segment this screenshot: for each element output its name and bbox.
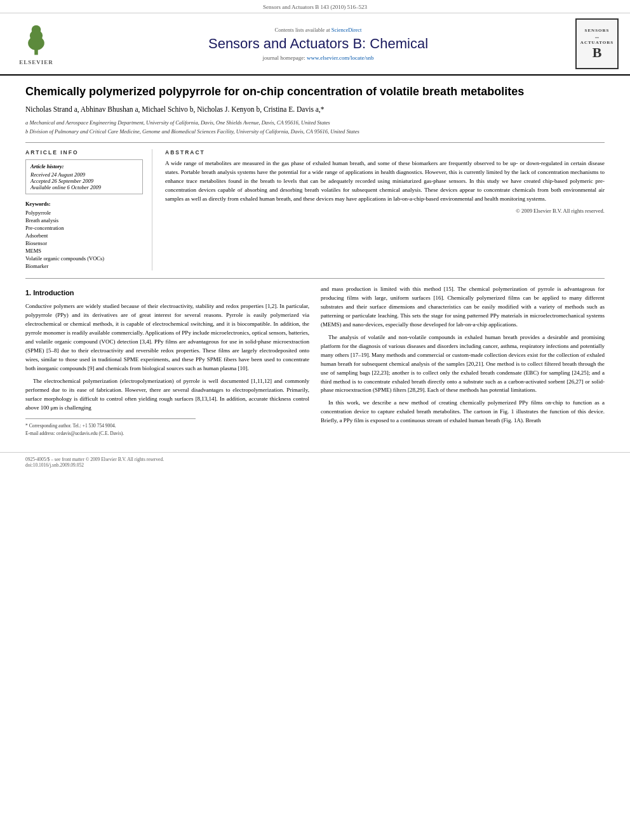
svg-point-3 [32, 25, 41, 34]
bottom-bar: 0925-4005/$ – see front matter © 2009 El… [0, 452, 630, 472]
right-para3: In this work, we describe a new method o… [321, 399, 605, 425]
intro-para2: The electrochemical polymerization (elec… [25, 377, 309, 413]
main-content: Chemically polymerized polypyrrole for o… [0, 76, 630, 446]
issn-line: 0925-4005/$ – see front matter © 2009 El… [25, 457, 605, 462]
info-abstract-section: ARTICLE INFO Article history: Received 2… [25, 149, 605, 270]
keywords-label: Keywords: [25, 201, 143, 207]
keyword-polypyrrole: Polypyrrole [25, 210, 143, 216]
keyword-adsorbent: Adsorbent [25, 232, 143, 239]
keyword-preconcentration: Pre-concentration [25, 225, 143, 231]
keyword-biomarker: Biomarker [25, 263, 143, 269]
keyword-voc: Volatile organic compounds (VOCs) [25, 255, 143, 262]
contents-available-line: Contents lists available at ScienceDirec… [71, 27, 565, 33]
keyword-breath-analysis: Breath analysis [25, 217, 143, 223]
section1-heading: 1. Introduction [25, 288, 309, 298]
footnote-email: E-mail address: cedavis@ucdavis.edu (C.E… [25, 430, 309, 437]
article-info-heading: ARTICLE INFO [25, 149, 143, 156]
elsevier-tree-icon [17, 23, 55, 58]
journal-homepage: journal homepage: www.elsevier.com/locat… [71, 55, 565, 61]
affiliation-a: a Mechanical and Aerospace Engineering D… [25, 119, 605, 127]
right-para2: The analysis of volatile and non-volatil… [321, 333, 605, 396]
journal-logo-box: SENSORS ... ACTUATORS B [572, 18, 622, 69]
abstract-section: ABSTRACT A wide range of metabolites are… [165, 149, 605, 270]
body-left-column: 1. Introduction Conductive polymers are … [25, 285, 309, 437]
available-date: Available online 6 October 2009 [30, 184, 138, 190]
article-info: ARTICLE INFO Article history: Received 2… [25, 149, 152, 270]
elsevier-label: ELSEVIER [19, 59, 53, 65]
intro-para1: Conductive polymers are widely studied b… [25, 302, 309, 373]
body-columns: 1. Introduction Conductive polymers are … [25, 285, 605, 437]
article-history-box: Article history: Received 24 August 2009… [25, 159, 143, 194]
journal-title-block: Contents lists available at ScienceDirec… [65, 27, 572, 61]
body-right-column: and mass production is limited with this… [321, 285, 605, 437]
footnote-star: * Corresponding author. Tel.: +1 530 754… [25, 422, 309, 429]
right-para1: and mass production is limited with this… [321, 285, 605, 330]
journal-homepage-link[interactable]: www.elsevier.com/locate/snb [307, 55, 373, 61]
sensors-badge: SENSORS ... ACTUATORS B [575, 18, 619, 69]
abstract-heading: ABSTRACT [165, 149, 605, 156]
elsevier-logo: ELSEVIER [8, 23, 65, 65]
accepted-date: Accepted 26 September 2009 [30, 178, 138, 184]
authors: Nicholas Strand a, Abhinav Bhushan a, Mi… [25, 104, 605, 115]
journal-header: ELSEVIER Contents lists available at Sci… [0, 13, 630, 76]
article-title: Chemically polymerized polypyrrole for o… [25, 84, 605, 99]
abstract-text: A wide range of metabolites are measured… [165, 159, 605, 204]
received-date: Received 24 August 2009 [30, 171, 138, 178]
keyword-mems: MEMS [25, 248, 143, 254]
history-title: Article history: [30, 163, 138, 170]
sciencedirect-link[interactable]: ScienceDirect [332, 27, 362, 33]
footnote-divider [25, 418, 196, 419]
journal-main-title: Sensors and Actuators B: Chemical [71, 36, 565, 52]
doi-line: doi:10.1016/j.snb.2009.09.052 [25, 462, 605, 468]
copyright-line: © 2009 Elsevier B.V. All rights reserved… [165, 208, 605, 214]
journal-citation: Sensors and Actuators B 143 (2010) 516–5… [0, 0, 630, 13]
divider-after-affiliations [25, 142, 605, 143]
affiliation-b: b Division of Pulmonary and Critical Car… [25, 128, 605, 136]
keyword-biosensor: Biosensor [25, 240, 143, 246]
divider-after-abstract [25, 278, 605, 279]
